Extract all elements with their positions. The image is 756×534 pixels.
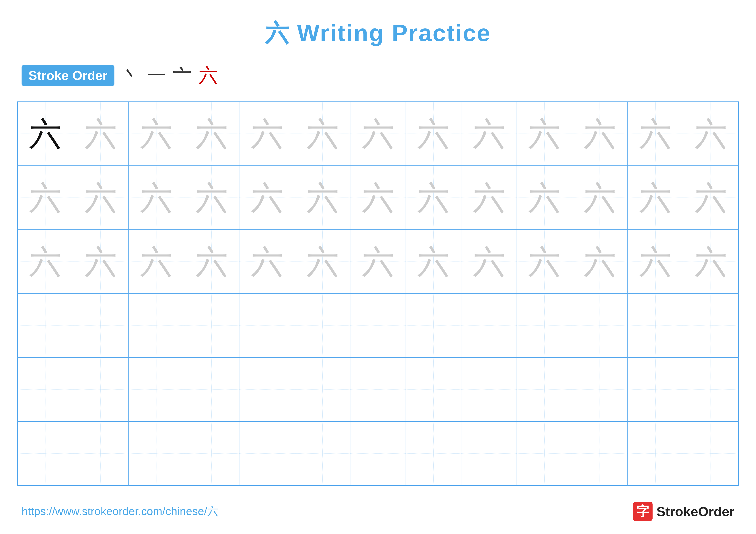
stroke-order-section: Stroke Order 丶 一 亠 六 bbox=[21, 62, 756, 89]
page-title: 六 Writing Practice bbox=[0, 0, 756, 49]
grid-cell-3-6[interactable]: 六 bbox=[295, 230, 350, 293]
grid-row-3: 六 六 六 六 六 六 六 六 六 六 六 六 六 bbox=[18, 230, 738, 294]
grid-cell-5-3[interactable] bbox=[129, 358, 184, 421]
grid-cell-4-2[interactable] bbox=[73, 294, 128, 357]
grid-cell-4-10[interactable] bbox=[517, 294, 572, 357]
grid-cell-5-12[interactable] bbox=[628, 358, 683, 421]
grid-row-2: 六 六 六 六 六 六 六 六 六 六 六 六 六 bbox=[18, 166, 738, 230]
footer-url[interactable]: https://www.strokeorder.com/chinese/六 bbox=[21, 504, 218, 519]
stroke-order-badge: Stroke Order bbox=[21, 65, 115, 86]
grid-cell-2-12[interactable]: 六 bbox=[628, 166, 683, 229]
grid-cell-2-5[interactable]: 六 bbox=[239, 166, 295, 229]
grid-cell-4-7[interactable] bbox=[350, 294, 406, 357]
grid-cell-6-8[interactable] bbox=[406, 422, 461, 485]
grid-row-1: 六 六 六 六 六 六 六 六 六 六 六 六 六 bbox=[18, 102, 738, 166]
grid-cell-6-11[interactable] bbox=[572, 422, 628, 485]
grid-cell-4-9[interactable] bbox=[461, 294, 517, 357]
strokeorder-logo-text: StrokeOrder bbox=[657, 504, 735, 519]
stroke-4: 六 bbox=[199, 62, 218, 89]
grid-cell-2-3[interactable]: 六 bbox=[129, 166, 184, 229]
character-solid: 六 bbox=[29, 117, 62, 150]
grid-cell-6-7[interactable] bbox=[350, 422, 406, 485]
grid-cell-4-4[interactable] bbox=[184, 294, 239, 357]
grid-cell-1-9[interactable]: 六 bbox=[461, 102, 517, 165]
grid-cell-6-4[interactable] bbox=[184, 422, 239, 485]
grid-cell-1-4[interactable]: 六 bbox=[184, 102, 239, 165]
grid-cell-3-11[interactable]: 六 bbox=[572, 230, 628, 293]
grid-cell-2-11[interactable]: 六 bbox=[572, 166, 628, 229]
grid-cell-3-4[interactable]: 六 bbox=[184, 230, 239, 293]
grid-cell-2-4[interactable]: 六 bbox=[184, 166, 239, 229]
grid-cell-5-9[interactable] bbox=[461, 358, 517, 421]
grid-cell-6-1[interactable] bbox=[18, 422, 73, 485]
grid-cell-5-7[interactable] bbox=[350, 358, 406, 421]
grid-cell-6-10[interactable] bbox=[517, 422, 572, 485]
grid-cell-1-2[interactable]: 六 bbox=[73, 102, 128, 165]
grid-cell-2-2[interactable]: 六 bbox=[73, 166, 128, 229]
grid-row-6 bbox=[18, 422, 738, 485]
grid-cell-1-3[interactable]: 六 bbox=[129, 102, 184, 165]
grid-cell-1-5[interactable]: 六 bbox=[239, 102, 295, 165]
grid-cell-3-5[interactable]: 六 bbox=[239, 230, 295, 293]
grid-cell-4-5[interactable] bbox=[239, 294, 295, 357]
grid-cell-5-5[interactable] bbox=[239, 358, 295, 421]
grid-cell-4-13[interactable] bbox=[683, 294, 738, 357]
stroke-sequence: 丶 一 亠 六 bbox=[121, 62, 218, 89]
footer: https://www.strokeorder.com/chinese/六 字 … bbox=[21, 502, 735, 521]
grid-cell-5-2[interactable] bbox=[73, 358, 128, 421]
grid-cell-5-1[interactable] bbox=[18, 358, 73, 421]
grid-cell-3-12[interactable]: 六 bbox=[628, 230, 683, 293]
grid-cell-3-3[interactable]: 六 bbox=[129, 230, 184, 293]
grid-cell-3-13[interactable]: 六 bbox=[683, 230, 738, 293]
stroke-1: 丶 bbox=[121, 62, 140, 89]
grid-cell-2-8[interactable]: 六 bbox=[406, 166, 461, 229]
footer-logo: 字 StrokeOrder bbox=[633, 502, 735, 521]
grid-cell-4-1[interactable] bbox=[18, 294, 73, 357]
grid-cell-6-5[interactable] bbox=[239, 422, 295, 485]
grid-cell-2-7[interactable]: 六 bbox=[350, 166, 406, 229]
grid-cell-3-9[interactable]: 六 bbox=[461, 230, 517, 293]
grid-cell-6-12[interactable] bbox=[628, 422, 683, 485]
grid-cell-3-7[interactable]: 六 bbox=[350, 230, 406, 293]
grid-cell-5-11[interactable] bbox=[572, 358, 628, 421]
strokeorder-logo-icon: 字 bbox=[633, 502, 653, 521]
grid-cell-6-2[interactable] bbox=[73, 422, 128, 485]
grid-cell-2-1[interactable]: 六 bbox=[18, 166, 73, 229]
grid-cell-1-6[interactable]: 六 bbox=[295, 102, 350, 165]
grid-row-4 bbox=[18, 294, 738, 358]
grid-cell-2-13[interactable]: 六 bbox=[683, 166, 738, 229]
grid-cell-1-11[interactable]: 六 bbox=[572, 102, 628, 165]
practice-grid: 六 六 六 六 六 六 六 六 六 六 六 六 六 六 六 六 六 六 六 六 … bbox=[17, 101, 739, 486]
grid-cell-6-3[interactable] bbox=[129, 422, 184, 485]
grid-cell-5-6[interactable] bbox=[295, 358, 350, 421]
grid-cell-1-7[interactable]: 六 bbox=[350, 102, 406, 165]
grid-cell-1-10[interactable]: 六 bbox=[517, 102, 572, 165]
grid-cell-1-1[interactable]: 六 bbox=[18, 102, 73, 165]
grid-cell-4-8[interactable] bbox=[406, 294, 461, 357]
grid-cell-2-6[interactable]: 六 bbox=[295, 166, 350, 229]
grid-cell-6-9[interactable] bbox=[461, 422, 517, 485]
grid-cell-4-12[interactable] bbox=[628, 294, 683, 357]
grid-cell-5-8[interactable] bbox=[406, 358, 461, 421]
grid-cell-2-10[interactable]: 六 bbox=[517, 166, 572, 229]
grid-cell-5-13[interactable] bbox=[683, 358, 738, 421]
grid-cell-3-8[interactable]: 六 bbox=[406, 230, 461, 293]
grid-cell-3-1[interactable]: 六 bbox=[18, 230, 73, 293]
grid-cell-1-13[interactable]: 六 bbox=[683, 102, 738, 165]
grid-cell-3-2[interactable]: 六 bbox=[73, 230, 128, 293]
grid-cell-3-10[interactable]: 六 bbox=[517, 230, 572, 293]
grid-cell-6-13[interactable] bbox=[683, 422, 738, 485]
grid-row-5 bbox=[18, 358, 738, 422]
grid-cell-4-11[interactable] bbox=[572, 294, 628, 357]
grid-cell-1-12[interactable]: 六 bbox=[628, 102, 683, 165]
grid-cell-4-3[interactable] bbox=[129, 294, 184, 357]
grid-cell-4-6[interactable] bbox=[295, 294, 350, 357]
grid-cell-5-4[interactable] bbox=[184, 358, 239, 421]
grid-cell-2-9[interactable]: 六 bbox=[461, 166, 517, 229]
stroke-2: 一 bbox=[147, 62, 166, 89]
stroke-3: 亠 bbox=[173, 62, 192, 89]
grid-cell-5-10[interactable] bbox=[517, 358, 572, 421]
grid-cell-1-8[interactable]: 六 bbox=[406, 102, 461, 165]
grid-cell-6-6[interactable] bbox=[295, 422, 350, 485]
